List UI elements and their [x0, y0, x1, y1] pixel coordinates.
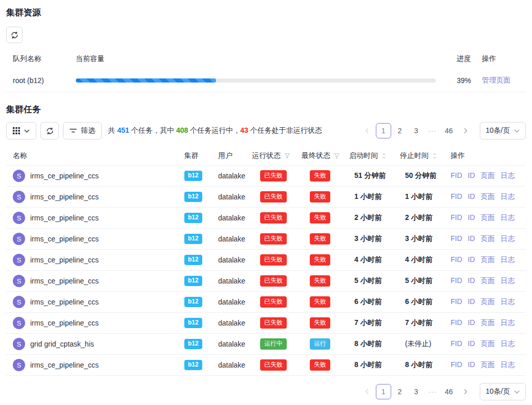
pagination-top: 123···4610条/页	[359, 122, 526, 139]
cluster-tag: b12	[184, 234, 202, 244]
pagination-page-3[interactable]: 3	[409, 384, 424, 399]
summary-text: 个任务运行中，	[188, 126, 240, 134]
row-action-page[interactable]: 页面	[481, 213, 495, 222]
pagination-page-3[interactable]: 3	[409, 123, 424, 138]
avatar: S	[13, 233, 25, 245]
final-status-badge: 运行	[310, 338, 330, 350]
row-action-fid[interactable]: FID	[451, 255, 462, 265]
start-time: 7 小时前	[349, 318, 400, 328]
task-name: irms_ce_pipeline_ccs	[30, 277, 99, 285]
row-action-page[interactable]: 页面	[481, 276, 495, 286]
row-action-fid[interactable]: FID	[451, 171, 462, 180]
row-action-id[interactable]: ID	[468, 297, 475, 307]
row-action-log[interactable]: 日志	[501, 339, 515, 349]
pagination-ellipsis[interactable]: ···	[425, 384, 440, 399]
row-actions: FIDID页面日志	[451, 318, 526, 328]
run-status-badge: 已失败	[260, 275, 287, 287]
row-action-log[interactable]: 日志	[501, 234, 515, 244]
row-action-fid[interactable]: FID	[451, 192, 462, 201]
final-status-badge: 失败	[310, 212, 330, 224]
pagination-page-2[interactable]: 2	[392, 123, 408, 138]
row-action-id[interactable]: ID	[468, 276, 475, 286]
row-action-id[interactable]: ID	[468, 171, 475, 180]
stop-time: 5 小时前	[400, 276, 451, 286]
queue-name: root (b12)	[13, 76, 76, 85]
row-action-log[interactable]: 日志	[501, 192, 515, 201]
row-action-log[interactable]: 日志	[501, 171, 515, 180]
avatar: S	[13, 296, 25, 308]
row-action-id[interactable]: ID	[468, 234, 475, 244]
refresh-icon	[11, 31, 18, 39]
run-status-badge: 已失败	[260, 296, 287, 308]
column-settings-button[interactable]	[6, 122, 36, 139]
page-size-select[interactable]: 10条/页	[480, 122, 526, 139]
row-action-page[interactable]: 页面	[481, 318, 495, 328]
row-actions: FIDID页面日志	[451, 234, 526, 244]
stop-time: 2 小时前	[400, 213, 451, 222]
row-action-log[interactable]: 日志	[501, 276, 515, 286]
row-action-page[interactable]: 页面	[481, 255, 495, 265]
col-stop-time: 停止时间	[400, 151, 451, 160]
pagination-page-1[interactable]: 1	[376, 123, 391, 138]
avatar: S	[13, 212, 25, 224]
pagination-prev-icon[interactable]	[359, 384, 375, 399]
pagination-page-1[interactable]: 1	[376, 384, 391, 399]
task-row: S irms_ce_pipeline_ccs b12 datalake 已失败 …	[6, 187, 526, 208]
row-action-page[interactable]: 页面	[481, 360, 495, 370]
row-action-id[interactable]: ID	[468, 255, 475, 265]
funnel-filter-icon[interactable]	[284, 153, 290, 159]
col-capacity: 当前容量	[76, 54, 446, 64]
row-actions: FIDID页面日志	[451, 360, 526, 370]
row-action-fid[interactable]: FID	[451, 360, 462, 370]
row-action-fid[interactable]: FID	[451, 276, 462, 286]
row-action-page[interactable]: 页面	[481, 339, 495, 349]
filter-button-label: 筛选	[81, 126, 95, 135]
pagination-next-icon[interactable]	[458, 384, 473, 399]
task-user: datalake	[218, 361, 252, 369]
row-action-fid[interactable]: FID	[451, 318, 462, 328]
row-action-log[interactable]: 日志	[501, 213, 515, 222]
row-actions: FIDID页面日志	[451, 339, 526, 349]
tasks-refresh-button[interactable]	[40, 122, 59, 139]
col-cluster: 集群	[184, 151, 218, 160]
sort-icon[interactable]	[432, 152, 437, 159]
row-action-fid[interactable]: FID	[451, 234, 462, 244]
task-row: S irms_ce_pipeline_ccs b12 datalake 已失败 …	[6, 313, 526, 334]
filter-button[interactable]: 筛选	[63, 122, 102, 139]
row-action-id[interactable]: ID	[468, 318, 475, 328]
final-status-badge: 失败	[310, 233, 330, 245]
resources-refresh-button[interactable]	[6, 27, 23, 43]
task-user: datalake	[218, 340, 252, 348]
row-action-page[interactable]: 页面	[481, 192, 495, 201]
row-action-id[interactable]: ID	[468, 192, 475, 201]
pagination-page-2[interactable]: 2	[392, 384, 408, 399]
row-action-log[interactable]: 日志	[501, 255, 515, 265]
pagination-prev-icon[interactable]	[359, 123, 375, 138]
pagination-page-46[interactable]: 46	[441, 123, 457, 138]
row-action-log[interactable]: 日志	[501, 360, 515, 370]
row-action-fid[interactable]: FID	[451, 213, 462, 222]
row-action-id[interactable]: ID	[468, 360, 475, 370]
task-row: S irms_ce_pipeline_ccs b12 datalake 已失败 …	[6, 292, 526, 313]
pagination-ellipsis[interactable]: ···	[425, 123, 440, 138]
row-action-page[interactable]: 页面	[481, 171, 495, 180]
capacity-progress-bar	[76, 78, 436, 83]
pagination-next-icon[interactable]	[458, 123, 473, 138]
sort-icon[interactable]	[381, 152, 387, 159]
page-size-select[interactable]: 10条/页	[480, 383, 526, 400]
row-action-log[interactable]: 日志	[501, 297, 515, 307]
manage-page-link[interactable]: 管理页面	[482, 76, 510, 84]
row-action-page[interactable]: 页面	[481, 234, 495, 244]
row-actions: FIDID页面日志	[451, 297, 526, 307]
row-action-id[interactable]: ID	[468, 213, 475, 222]
cluster-tag: b12	[184, 192, 202, 202]
row-action-log[interactable]: 日志	[501, 318, 515, 328]
funnel-filter-icon[interactable]	[334, 153, 340, 159]
task-name: irms_ce_pipeline_ccs	[30, 214, 99, 222]
row-action-fid[interactable]: FID	[451, 339, 462, 349]
row-action-fid[interactable]: FID	[451, 297, 462, 307]
row-action-page[interactable]: 页面	[481, 297, 495, 307]
pagination-page-46[interactable]: 46	[441, 384, 457, 399]
final-status-badge: 失败	[310, 254, 330, 266]
row-action-id[interactable]: ID	[468, 339, 475, 349]
